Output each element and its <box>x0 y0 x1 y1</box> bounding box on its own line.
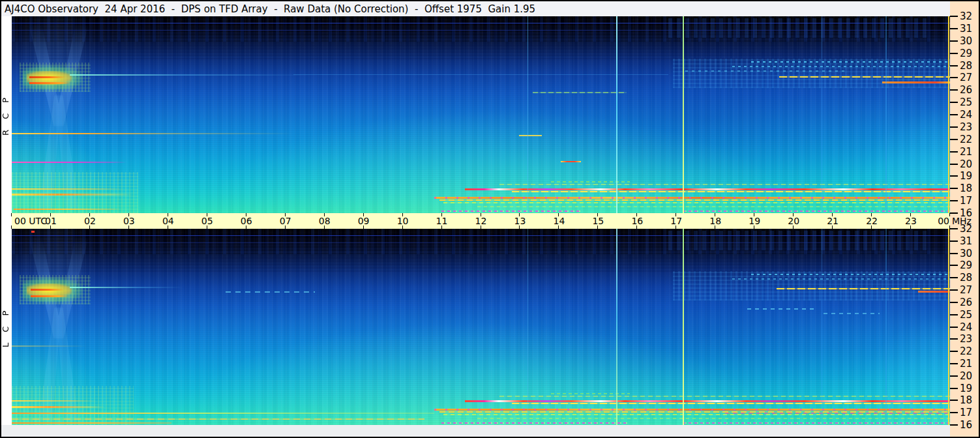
freq-tick-label: 30 <box>960 35 972 47</box>
freq-tick <box>950 40 958 42</box>
freq-tick <box>950 327 958 328</box>
freq-tick-label: 19 <box>960 383 972 394</box>
speckle-cloud-right <box>673 271 950 300</box>
freq-tick-label: 22 <box>960 134 972 145</box>
time-tick-label: 23 <box>905 216 917 226</box>
freq-tick-label: 22 <box>960 345 972 357</box>
burst-red-streak-2 <box>31 295 69 297</box>
time-tick-label: 15 <box>592 216 604 226</box>
time-tick-label: 14 <box>553 216 565 226</box>
freq-tick <box>950 53 958 54</box>
carrier-17-0-left <box>12 413 434 414</box>
time-tick-label: 00 UTC <box>14 216 47 226</box>
time-tick-label: 11 <box>436 216 448 226</box>
freq-tick <box>950 314 958 315</box>
vline-15-30 <box>616 229 617 425</box>
time-tick-label: 17 <box>670 216 682 226</box>
carrier-27-9-cyan <box>732 278 950 280</box>
vline-22-20 <box>885 229 887 425</box>
rfi-16-5-green <box>477 206 950 207</box>
freq-tick-label: 27 <box>960 72 972 83</box>
hband-29 <box>12 44 950 59</box>
freq-tick <box>950 89 958 91</box>
freq-tick-label: 24 <box>960 109 972 121</box>
freq-tick-label: 24 <box>960 321 972 333</box>
freq-tick <box>950 277 958 278</box>
freq-tick-label: 21 <box>960 146 972 158</box>
freq-tick-label: 18 <box>960 182 972 194</box>
freq-tick-label: 18 <box>960 394 972 406</box>
vline-17-10 <box>683 229 684 425</box>
rfi-20-2-short <box>561 161 582 162</box>
time-tick-label: 20 <box>788 216 799 226</box>
freq-tick <box>950 16 958 17</box>
freq-tick <box>950 139 958 140</box>
vline-15-30 <box>616 16 617 213</box>
carrier-31-4 <box>12 235 950 236</box>
carrier-26-9-red-tip <box>918 291 950 293</box>
freq-tick-label: 25 <box>960 96 972 108</box>
burst-red-streak <box>29 76 66 78</box>
lcp-spectrogram[interactable] <box>12 229 950 425</box>
time-tick-label: 01 <box>45 216 57 226</box>
freq-tick <box>950 338 958 340</box>
freq-tick <box>950 164 958 165</box>
freq-tick-label: 32 <box>960 223 972 235</box>
carrier-16-2-left <box>12 422 171 424</box>
time-tick-label: 09 <box>358 216 370 226</box>
freq-tick-label: 21 <box>960 358 972 370</box>
freq-tick <box>950 188 958 189</box>
speckle-cloud-right <box>673 59 950 88</box>
carrier-25-5-cyan <box>747 308 818 310</box>
freq-tick-label: 28 <box>960 60 972 72</box>
freq-tick <box>950 65 958 66</box>
carrier-27-dashes-mid <box>226 291 315 293</box>
burst-tail-27mhz <box>70 287 183 288</box>
freq-tick <box>950 412 958 413</box>
freq-tick-label: 17 <box>960 195 972 207</box>
freq-tick <box>950 151 958 153</box>
vline-17-10 <box>683 16 684 213</box>
rfi-18-3 <box>499 184 950 185</box>
rfi-17-3-magenta-dashes <box>434 409 950 411</box>
rfi-18-6-short <box>551 181 630 182</box>
vline-24-00 <box>948 229 949 425</box>
rfi-17-7-yellow <box>512 191 950 192</box>
freq-tick-label: 17 <box>960 407 972 418</box>
rfi-17-9-red-white <box>465 188 950 190</box>
time-axis: 00 UTC0102030405060708091011121314151617… <box>12 213 950 229</box>
freq-tick-label: 20 <box>960 158 972 170</box>
freq-tick <box>950 126 958 128</box>
vline-20-40 <box>822 16 822 213</box>
rcp-spectrogram[interactable] <box>12 16 950 213</box>
carrier-27-3-faint <box>293 74 669 75</box>
freq-tick-label: 23 <box>960 333 972 345</box>
vline-24-00 <box>948 16 949 213</box>
freq-tick-label: 25 <box>960 309 972 321</box>
time-tick <box>11 213 12 216</box>
carrier-28-3-cyan <box>751 61 950 63</box>
time-tick-label: 06 <box>241 216 252 226</box>
lcp-label: L C P <box>1 229 10 425</box>
rfi-17-1-yellow <box>439 199 950 201</box>
rfi-16-2-magenta-b <box>683 211 950 212</box>
time-tick-label: 22 <box>866 216 878 226</box>
time-tick-label: 21 <box>827 216 839 226</box>
time-tick-label: 18 <box>709 216 721 226</box>
time-tick-label: 13 <box>514 216 526 226</box>
time-tick-label: 03 <box>123 216 135 226</box>
time-tick-label: 12 <box>475 216 487 226</box>
freq-tick-label: 20 <box>960 370 972 382</box>
freq-tick <box>950 228 958 229</box>
carrier-28-3-cyan <box>751 274 950 275</box>
freq-tick-label: 29 <box>960 259 972 271</box>
rfi-17-9-red-white <box>465 400 950 402</box>
freq-tick <box>950 175 958 177</box>
carrier-27-1-yellow <box>777 288 950 289</box>
vline-22-20 <box>885 16 887 213</box>
carrier-30-9 <box>12 242 950 243</box>
burst-red-streak <box>31 289 65 291</box>
freq-tick-label: 19 <box>960 170 972 182</box>
carrier-27-1-yellow <box>779 76 950 78</box>
time-tick-label: 10 <box>397 216 409 226</box>
